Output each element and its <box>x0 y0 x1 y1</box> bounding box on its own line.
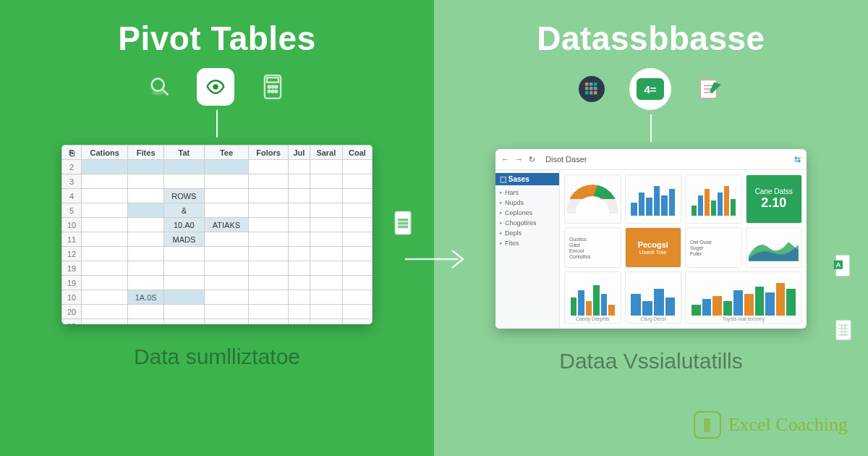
col-header: Coal <box>343 145 373 160</box>
access-icon: A <box>832 253 854 281</box>
col-header: Jul <box>289 145 310 160</box>
spreadsheet-icon <box>833 318 854 345</box>
cell-label: 1A.0S <box>128 290 164 305</box>
list-line: Futer <box>690 251 702 256</box>
dashboard-toolbar: ← → ↻ Disot Daser ⇆ <box>495 149 807 170</box>
bar-chart-tile <box>625 174 682 224</box>
formula-badge-text: 4= <box>637 78 664 100</box>
kpi-value: 2.10 <box>761 195 786 211</box>
cell-label: MADS <box>164 232 205 247</box>
list-tile: Oet Ouse Suger Futer <box>685 227 742 268</box>
row-num: 19 <box>62 261 82 276</box>
row-num: 10 <box>62 218 82 232</box>
col-header: Saral <box>310 145 342 160</box>
nav-forward-icon[interactable]: → <box>515 155 523 164</box>
calculator-icon <box>259 73 286 101</box>
dashboard-grid: Cane Datss 2.10 Gootics Gast Enrool Conl… <box>560 170 807 329</box>
svg-point-0 <box>152 79 164 91</box>
row-num: 3 <box>62 174 82 189</box>
row-num: 25 <box>62 319 82 325</box>
cell-label: ATIAKS <box>204 218 248 232</box>
connector-line <box>650 114 652 142</box>
area-chart-tile <box>746 227 803 268</box>
brand-logo-icon: ⦀ <box>694 411 721 439</box>
sidebar-item[interactable]: Nupds <box>495 198 559 208</box>
highlight-title: Pecogsi <box>638 240 668 249</box>
svg-rect-15 <box>585 83 589 86</box>
left-title: Pivot Tables <box>118 19 316 58</box>
row-num: 12 <box>62 247 82 261</box>
dashboard-card: ← → ↻ Disot Daser ⇆ ⬚ Sases Hars Nupds C… <box>495 149 807 329</box>
svg-rect-21 <box>585 91 589 95</box>
list-line: Enrool <box>569 248 584 253</box>
sidebar-item[interactable]: Hars <box>495 187 559 198</box>
edit-note-icon <box>696 75 723 103</box>
col-header: Fites <box>128 145 164 160</box>
col-header: Tat <box>164 145 205 160</box>
row-num: 11 <box>62 232 82 247</box>
pivot-sheet-table: ⎘ Cations Fites Tat Tee Folors Jul Saral… <box>61 145 373 324</box>
highlight-tile: Pecogsi Usedt Tote <box>625 227 682 268</box>
svg-point-6 <box>271 85 273 88</box>
list-tile: Gootics Gast Enrool Conluttss <box>564 227 621 268</box>
svg-rect-20 <box>594 87 597 90</box>
svg-rect-13 <box>398 222 408 225</box>
cell-label: 10.A0 <box>164 218 205 232</box>
sidebar-item[interactable]: Depls <box>495 228 559 238</box>
sidebar-item[interactable]: Chogotires <box>495 218 559 228</box>
sidebar-item[interactable]: Fites <box>495 238 559 248</box>
list-line: Conluttss <box>569 254 590 259</box>
left-caption: Data sumlliztatoe <box>134 345 300 369</box>
brand-text: Excel Coaching <box>728 414 848 436</box>
svg-point-9 <box>271 90 273 93</box>
row-num: 2 <box>62 160 82 174</box>
formula-badge-icon: 4= <box>629 68 671 110</box>
list-line: Gootics <box>569 237 587 242</box>
tile-label: Cisrg Dersl <box>626 316 681 321</box>
dashboard-logo-icon: ⇆ <box>794 155 801 164</box>
svg-rect-19 <box>590 87 593 90</box>
svg-point-7 <box>275 85 277 88</box>
spreadsheet-card: ⎘ Cations Fites Tat Tee Folors Jul Saral… <box>61 145 373 324</box>
nav-back-icon[interactable]: ← <box>501 155 509 164</box>
nav-refresh-icon[interactable]: ↻ <box>529 155 535 164</box>
bar-chart-tile: Cisrg Dersl <box>625 271 682 324</box>
row-num: 20 <box>62 305 82 319</box>
tile-label: Toysts Ioal ter/snry <box>686 316 801 321</box>
corner-cell: ⎘ <box>62 145 82 160</box>
svg-rect-16 <box>590 83 593 86</box>
row-num: 19 <box>62 276 82 290</box>
svg-point-10 <box>275 90 277 93</box>
right-icon-row: 4= <box>579 68 723 110</box>
svg-point-8 <box>268 90 271 93</box>
list-line: Gast <box>569 242 580 248</box>
col-header: Folors <box>249 145 289 160</box>
brand-badge: ⦀ Excel Coaching <box>694 411 848 439</box>
svg-point-2 <box>213 84 218 90</box>
svg-rect-22 <box>590 91 593 95</box>
svg-point-5 <box>268 85 271 88</box>
row-num: 4 <box>62 189 82 203</box>
gauge-chart-tile <box>564 174 621 224</box>
database-panel: Datassbbasse 4= ← → ↻ Disot Daser ⇆ <box>434 0 868 456</box>
magnifier-icon <box>148 75 172 99</box>
svg-point-1 <box>152 91 164 96</box>
sidebar-header: ⬚ Sases <box>495 173 559 185</box>
list-line: Suger <box>690 245 704 250</box>
left-icon-row <box>148 68 286 106</box>
col-header: Tee <box>204 145 248 160</box>
kpi-tile: Cane Datss 2.10 <box>746 174 803 224</box>
cell-label: & <box>164 203 205 218</box>
kpi-label: Cane Datss <box>755 187 793 195</box>
bar-chart-tile: Toysts Ioal ter/snry <box>685 271 802 324</box>
cell-label: ROWS <box>164 189 205 203</box>
right-caption: Dataa Vssialutatills <box>559 349 742 373</box>
svg-rect-23 <box>594 91 597 95</box>
sidebar-item[interactable]: Ceplones <box>495 208 559 218</box>
connector-line <box>216 110 218 138</box>
svg-rect-12 <box>398 219 408 221</box>
highlight-sub: Usedt Tote <box>639 249 667 256</box>
bar-chart-tile: Candy Derphts <box>564 271 621 324</box>
spreadsheet-icon <box>392 210 414 239</box>
view-icon <box>197 68 234 106</box>
